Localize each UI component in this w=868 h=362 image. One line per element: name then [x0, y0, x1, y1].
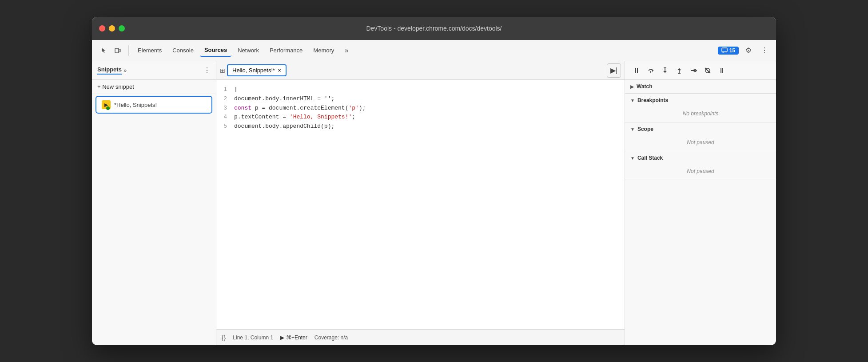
cursor-position: Line 1, Column 1: [233, 334, 273, 341]
window-title: DevTools - developer.chrome.com/docs/dev…: [366, 25, 502, 32]
editor-status-bar: {} Line 1, Column 1 ▶ ⌘+Enter Coverage: …: [216, 329, 625, 345]
breakpoints-body: No breakpoints: [625, 107, 776, 122]
line-number-2: 2: [216, 94, 234, 104]
debugger-panel: ⏸: [625, 61, 776, 345]
line-content-2: document.body.innerHTML = '';: [234, 94, 625, 104]
step-over-icon: [647, 67, 654, 74]
call-stack-label: Call Stack: [637, 155, 663, 161]
snippets-panel: Snippets » ⋮ + New snippet ▶ *Hello, Sni…: [92, 61, 216, 345]
editor-tabs: ⊞ Hello, Snippets!* × ▶|: [216, 61, 625, 80]
close-button[interactable]: [99, 25, 105, 31]
run-icon-status: ▶: [280, 334, 284, 341]
debugger-toolbar: ⏸: [625, 61, 776, 80]
run-shortcut-text: ⌘+Enter: [286, 334, 307, 341]
editor-panel: ⊞ Hello, Snippets!* × ▶| 1 | 2 document.…: [216, 61, 625, 345]
call-stack-chevron: ▼: [630, 156, 635, 161]
editor-run-button[interactable]: ▶|: [607, 63, 621, 78]
step-into-button[interactable]: [659, 64, 671, 77]
tab-network[interactable]: Network: [233, 44, 263, 56]
code-line-1: 1 |: [216, 85, 625, 94]
breakpoints-section: ▼ Breakpoints No breakpoints: [625, 94, 776, 122]
step-out-icon: [676, 67, 683, 74]
code-line-4: 4 p.textContent = 'Hello, Snippets!';: [216, 113, 625, 122]
minimize-button[interactable]: [109, 25, 115, 31]
notifications-badge[interactable]: 15: [718, 47, 739, 55]
svg-rect-0: [115, 48, 119, 53]
breakpoints-section-header[interactable]: ▼ Breakpoints: [625, 94, 776, 107]
step-button[interactable]: [687, 64, 700, 77]
format-button[interactable]: {}: [222, 334, 226, 341]
svg-rect-2: [722, 48, 727, 52]
call-stack-body: Not paused: [625, 165, 776, 180]
line-content-3: const p = document.createElement('p');: [234, 104, 625, 113]
snippets-more-icon[interactable]: »: [123, 67, 127, 74]
line-content-4: p.textContent = 'Hello, Snippets!';: [234, 113, 625, 122]
snippet-name: *Hello, Snippets!: [114, 102, 157, 108]
run-shortcut-area[interactable]: ▶ ⌘+Enter: [280, 334, 307, 341]
pointer-tool-icon[interactable]: [97, 44, 110, 57]
snippets-header: Snippets » ⋮: [92, 61, 216, 80]
tab-sources[interactable]: Sources: [200, 44, 231, 57]
pause-on-exceptions-button[interactable]: ⏸: [716, 64, 728, 77]
toolbar-right: 15 ⚙ ⋮: [718, 44, 771, 57]
devtools-window: DevTools - developer.chrome.com/docs/dev…: [92, 17, 776, 345]
scope-section: ▼ Scope Not paused: [625, 122, 776, 151]
line-number-1: 1: [216, 85, 234, 94]
settings-icon[interactable]: ⚙: [742, 44, 755, 57]
watch-section: ▶ Watch: [625, 80, 776, 94]
snippets-title: Snippets: [97, 66, 122, 75]
call-stack-section: ▼ Call Stack Not paused: [625, 151, 776, 180]
call-stack-section-header[interactable]: ▼ Call Stack: [625, 151, 776, 165]
snippet-item-hello[interactable]: ▶ *Hello, Snippets!: [96, 96, 212, 114]
chat-icon: [721, 47, 728, 54]
line-content-1: |: [234, 85, 625, 94]
editor-tab-close[interactable]: ×: [278, 67, 281, 74]
step-over-button[interactable]: [645, 64, 657, 77]
watch-label: Watch: [637, 83, 653, 90]
deactivate-icon: [704, 67, 711, 74]
step-icon: [690, 67, 697, 74]
pause-resume-button[interactable]: ⏸: [630, 64, 643, 77]
main-toolbar: Elements Console Sources Network Perform…: [92, 40, 776, 61]
line-number-3: 3: [216, 104, 234, 113]
coverage-status: Coverage: n/a: [315, 334, 348, 341]
code-line-2: 2 document.body.innerHTML = '';: [216, 94, 625, 104]
code-line-3: 3 const p = document.createElement('p');: [216, 104, 625, 113]
maximize-button[interactable]: [119, 25, 125, 31]
editor-tab-hello-snippets[interactable]: Hello, Snippets!* ×: [227, 64, 287, 76]
svg-line-8: [705, 68, 710, 73]
more-tabs-icon[interactable]: »: [340, 44, 353, 57]
line-number-4: 4: [216, 113, 234, 122]
tab-performance[interactable]: Performance: [265, 44, 307, 56]
scope-body: Not paused: [625, 136, 776, 151]
watch-section-header[interactable]: ▶ Watch: [625, 80, 776, 93]
new-snippet-button[interactable]: + New snippet: [92, 80, 216, 94]
tab-memory[interactable]: Memory: [309, 44, 338, 56]
editor-code-area[interactable]: 1 | 2 document.body.innerHTML = ''; 3 co…: [216, 80, 625, 329]
more-options-icon[interactable]: ⋮: [758, 44, 771, 57]
snippet-active-dot: [106, 106, 110, 110]
titlebar: DevTools - developer.chrome.com/docs/dev…: [92, 17, 776, 40]
scope-section-header[interactable]: ▼ Scope: [625, 122, 776, 136]
deactivate-breakpoints-button[interactable]: [701, 64, 714, 77]
line-number-5: 5: [216, 122, 234, 131]
step-into-icon: [661, 67, 669, 74]
scope-label: Scope: [637, 126, 653, 132]
snippets-menu-button[interactable]: ⋮: [203, 66, 211, 75]
toolbar-separator-1: [128, 45, 129, 56]
watch-chevron: ▶: [630, 84, 634, 89]
breakpoints-label: Breakpoints: [637, 97, 668, 103]
breakpoints-chevron: ▼: [630, 98, 635, 103]
scope-chevron: ▼: [630, 127, 635, 132]
svg-rect-1: [119, 49, 120, 52]
main-content: Snippets » ⋮ + New snippet ▶ *Hello, Sni…: [92, 61, 776, 345]
editor-tab-label: Hello, Snippets!*: [232, 67, 275, 74]
notifications-count: 15: [729, 47, 735, 54]
traffic-lights: [99, 25, 125, 31]
device-toggle-icon[interactable]: [111, 44, 124, 57]
editor-sidebar-toggle[interactable]: ⊞: [220, 67, 225, 74]
tab-elements[interactable]: Elements: [133, 44, 166, 56]
step-out-button[interactable]: [673, 64, 685, 77]
line-content-5: document.body.appendChild(p);: [234, 122, 625, 131]
tab-console[interactable]: Console: [168, 44, 198, 56]
